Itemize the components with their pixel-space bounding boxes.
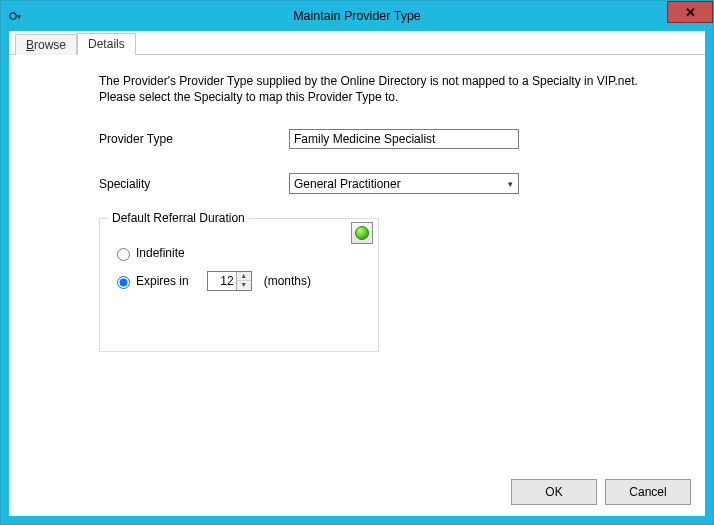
svg-point-0 xyxy=(10,13,16,19)
dialog-footer: OK Cancel xyxy=(9,468,705,516)
radio-expires-label: Expires in xyxy=(136,274,189,288)
label-speciality: Speciality xyxy=(99,177,289,191)
chevron-down-icon: ▾ xyxy=(502,179,518,189)
radio-indefinite-label: Indefinite xyxy=(136,246,185,260)
help-button[interactable] xyxy=(351,222,373,244)
intro-line2: Please select the Specialty to map this … xyxy=(99,90,398,104)
radio-row-expires: Expires in ▲ ▼ (months) xyxy=(112,271,366,291)
window-title: Maintain Provider Type xyxy=(1,9,713,23)
fieldset-default-referral-duration: Default Referral Duration Indefinite Exp… xyxy=(99,218,379,352)
speciality-value: General Practitioner xyxy=(294,177,502,191)
client-area: Browse Details The Provider's Provider T… xyxy=(1,31,713,524)
label-provider-type: Provider Type xyxy=(99,132,289,146)
radio-row-indefinite: Indefinite xyxy=(112,245,366,261)
tab-browse[interactable]: Browse xyxy=(15,34,77,55)
system-icon xyxy=(7,8,23,24)
radio-indefinite[interactable] xyxy=(117,248,130,261)
tab-strip: Browse Details xyxy=(9,33,705,55)
speciality-select[interactable]: General Practitioner ▾ xyxy=(289,173,519,194)
row-provider-type: Provider Type xyxy=(99,129,685,149)
provider-type-input[interactable] xyxy=(289,129,519,149)
tab-browse-rest: rowse xyxy=(34,38,66,52)
spinner-up-icon[interactable]: ▲ xyxy=(237,272,251,281)
spinner-buttons: ▲ ▼ xyxy=(236,272,251,290)
ok-button[interactable]: OK xyxy=(511,479,597,505)
intro-text: The Provider's Provider Type supplied by… xyxy=(99,73,659,105)
close-icon: ✕ xyxy=(685,5,696,20)
months-suffix: (months) xyxy=(264,274,311,288)
radio-expires-in[interactable] xyxy=(117,276,130,289)
close-button[interactable]: ✕ xyxy=(667,1,713,23)
row-speciality: Speciality General Practitioner ▾ xyxy=(99,173,685,194)
info-icon xyxy=(355,226,369,240)
tab-details[interactable]: Details xyxy=(77,33,136,55)
months-spinner[interactable]: ▲ ▼ xyxy=(207,271,252,291)
details-panel: The Provider's Provider Type supplied by… xyxy=(9,55,705,468)
spinner-down-icon[interactable]: ▼ xyxy=(237,281,251,290)
titlebar: Maintain Provider Type ✕ xyxy=(1,1,713,31)
fieldset-legend: Default Referral Duration xyxy=(108,211,249,225)
months-input[interactable] xyxy=(208,272,236,290)
cancel-button[interactable]: Cancel xyxy=(605,479,691,505)
window-frame: Maintain Provider Type ✕ Browse Details … xyxy=(0,0,714,525)
intro-line1: The Provider's Provider Type supplied by… xyxy=(99,74,638,88)
